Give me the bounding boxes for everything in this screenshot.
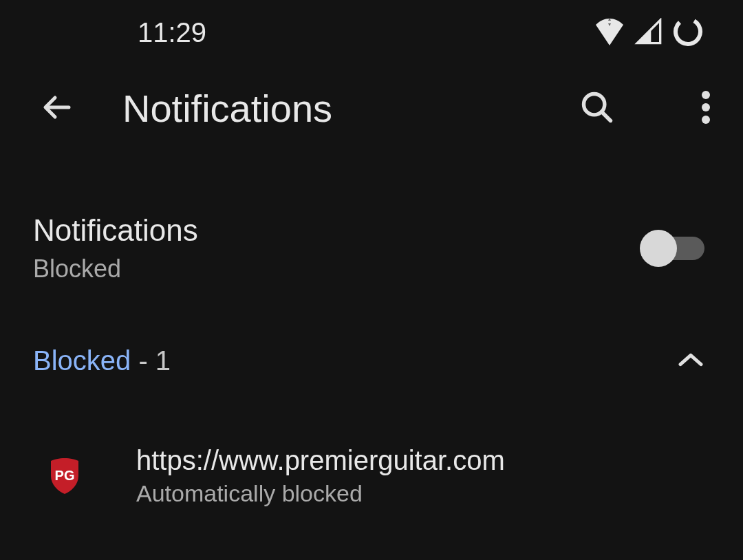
status-time: 11:29 <box>138 17 206 48</box>
back-button[interactable] <box>41 91 74 127</box>
status-bar: 11:29 <box>0 0 743 65</box>
site-status: Automatically blocked <box>136 480 505 507</box>
search-button[interactable] <box>579 89 615 128</box>
site-favicon: PG <box>48 457 81 495</box>
setting-status: Blocked <box>33 255 198 283</box>
section-label-text: Blocked <box>33 345 131 376</box>
svg-text:PG: PG <box>55 468 75 483</box>
svg-point-4 <box>702 116 710 124</box>
svg-point-0 <box>671 15 704 48</box>
notifications-toggle[interactable] <box>643 237 704 260</box>
blocked-section-header[interactable]: Blocked - 1 <box>0 304 743 397</box>
site-item[interactable]: PG https://www.premierguitar.com Automat… <box>0 397 743 528</box>
wifi-icon <box>593 18 626 48</box>
notifications-toggle-row[interactable]: Notifications Blocked <box>0 179 743 304</box>
app-bar: Notifications <box>0 65 743 151</box>
svg-point-3 <box>702 103 710 111</box>
toggle-knob <box>640 230 677 267</box>
svg-point-2 <box>702 91 710 99</box>
setting-text: Notifications Blocked <box>33 213 198 283</box>
section-count: 1 <box>155 345 171 376</box>
spinner-icon <box>671 15 704 51</box>
section-label: Blocked - 1 <box>33 345 171 376</box>
status-icons <box>593 15 704 51</box>
site-url: https://www.premierguitar.com <box>136 445 505 476</box>
signal-icon <box>634 18 663 48</box>
site-info: https://www.premierguitar.com Automatica… <box>136 445 505 507</box>
setting-title: Notifications <box>33 213 198 248</box>
page-title: Notifications <box>122 86 531 131</box>
more-options-button[interactable] <box>702 91 710 127</box>
chevron-up-icon <box>677 352 704 371</box>
